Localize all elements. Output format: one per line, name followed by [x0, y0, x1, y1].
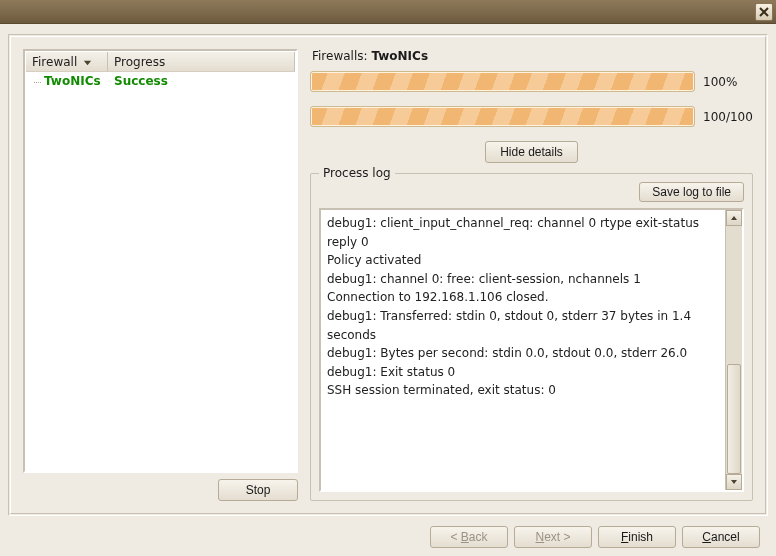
- log-line: debug1: channel 0: free: client-session,…: [327, 270, 719, 289]
- process-log-legend: Process log: [319, 166, 395, 180]
- col-header-progress[interactable]: Progress: [108, 52, 295, 71]
- tree-cell-status: Success: [114, 74, 168, 88]
- hide-details-button[interactable]: Hide details: [485, 141, 578, 163]
- scroll-thumb[interactable]: [727, 364, 741, 474]
- progress-overall-text: 100%: [703, 75, 753, 89]
- progress-step-text: 100/100: [703, 110, 753, 124]
- scroll-down-button[interactable]: [726, 474, 742, 490]
- tree-cell-firewall: TwoNICs: [32, 74, 114, 88]
- progress-bar-step: [310, 106, 695, 127]
- col-header-progress-label: Progress: [114, 55, 165, 69]
- process-log-fieldset: Process log Save log to file debug1: cli…: [310, 173, 753, 501]
- firewall-tree: Firewall Progress TwoNICs Success: [23, 49, 298, 473]
- log-line: Connection to 192.168.1.106 closed.: [327, 288, 719, 307]
- content-frame-inner: Firewall Progress TwoNICs Success: [10, 36, 766, 514]
- firewalls-name: TwoNICs: [371, 49, 428, 63]
- sort-down-icon: [83, 55, 92, 69]
- col-header-firewall[interactable]: Firewall: [26, 52, 108, 71]
- dialog-body: Firewall Progress TwoNICs Success: [0, 24, 776, 556]
- log-line: debug1: client_input_channel_req: channe…: [327, 214, 719, 251]
- left-panel: Firewall Progress TwoNICs Success: [23, 49, 298, 501]
- content-frame: Firewall Progress TwoNICs Success: [8, 34, 768, 516]
- next-button[interactable]: Next >: [514, 526, 592, 548]
- log-line: SSH session terminated, exit status: 0: [327, 381, 719, 400]
- firewalls-label: Firewalls:: [312, 49, 368, 63]
- tree-header: Firewall Progress: [26, 52, 295, 72]
- process-log-box: debug1: client_input_channel_req: channe…: [319, 208, 744, 492]
- close-button[interactable]: [755, 3, 773, 21]
- scroll-track[interactable]: [726, 226, 742, 474]
- close-icon: [759, 7, 769, 17]
- log-scrollbar[interactable]: [725, 210, 742, 490]
- right-panel: Firewalls: TwoNICs 100% 100/100 Hide det…: [310, 49, 753, 501]
- cancel-button[interactable]: Cancel: [682, 526, 760, 548]
- titlebar: [0, 0, 776, 24]
- log-line: debug1: Exit status 0: [327, 363, 719, 382]
- finish-button[interactable]: Finish: [598, 526, 676, 548]
- dialog-window: Firewall Progress TwoNICs Success: [0, 0, 776, 556]
- progress-bar-overall: [310, 71, 695, 92]
- footer-buttons: < Back Next > Finish Cancel: [8, 516, 768, 548]
- col-header-firewall-label: Firewall: [32, 55, 77, 69]
- log-line: Policy activated: [327, 251, 719, 270]
- firewalls-label-row: Firewalls: TwoNICs: [312, 49, 753, 63]
- stop-button[interactable]: Stop: [218, 479, 298, 501]
- log-line: debug1: Transferred: stdin 0, stdout 0, …: [327, 307, 719, 344]
- tree-row[interactable]: TwoNICs Success: [26, 72, 295, 88]
- log-line: debug1: Bytes per second: stdin 0.0, std…: [327, 344, 719, 363]
- back-button[interactable]: < Back: [430, 526, 508, 548]
- scroll-up-button[interactable]: [726, 210, 742, 226]
- save-log-button[interactable]: Save log to file: [639, 182, 744, 202]
- process-log-content[interactable]: debug1: client_input_channel_req: channe…: [321, 210, 725, 490]
